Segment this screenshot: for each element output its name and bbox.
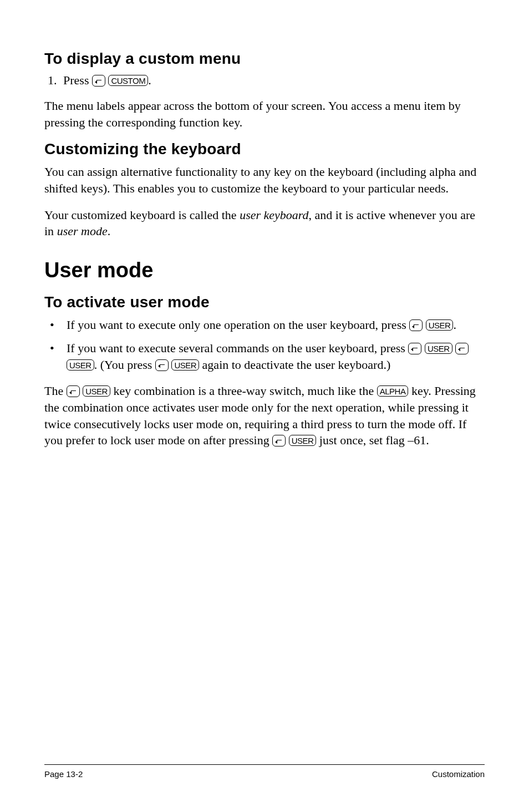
para-user-keyboard: Your customized keyboard is called the u…: [44, 207, 485, 240]
text: . (You press: [94, 358, 155, 372]
text: again to deactivate the user keyboard.): [199, 358, 390, 372]
step-1: Press CUSTOM.: [60, 73, 485, 88]
left-shift-key-icon: [455, 343, 469, 354]
para-assign-functionality: You can assign alternative functionality…: [44, 164, 485, 196]
title-user-mode: User mode: [44, 258, 485, 282]
page-number: Page 13-2: [44, 769, 83, 779]
user-key: USER: [171, 359, 199, 371]
user-key: USER: [426, 319, 454, 331]
left-shift-key-icon: [92, 75, 105, 87]
text: If you want to execute only one operatio…: [67, 318, 409, 332]
user-key: USER: [67, 359, 94, 371]
para-menu-labels: The menu labels appear across the bottom…: [44, 98, 485, 130]
list-activate-user-mode: If you want to execute only one operatio…: [44, 317, 485, 373]
text: .: [108, 224, 111, 238]
heading-display-custom-menu: To display a custom menu: [44, 50, 485, 68]
list-item: If you want to execute only one operatio…: [60, 317, 485, 333]
heading-customizing-keyboard: Customizing the keyboard: [44, 140, 485, 158]
text: key combination is a three-way switch, m…: [113, 384, 377, 398]
list-item: If you want to execute several commands …: [60, 340, 485, 373]
page-footer: Page 13-2 Customization: [44, 764, 485, 779]
left-shift-key-icon: [67, 385, 80, 397]
left-shift-key-icon: [155, 359, 169, 371]
left-shift-key-icon: [272, 435, 286, 446]
text: If you want to execute several commands …: [67, 341, 408, 355]
step-text-prefix: Press: [63, 73, 92, 87]
steps-display-custom: Press CUSTOM.: [44, 73, 485, 88]
left-shift-key-icon: [408, 343, 421, 354]
left-shift-key-icon: [409, 319, 423, 331]
heading-activate-user-mode: To activate user mode: [44, 293, 485, 311]
italic-user-keyboard: user keyboard: [240, 208, 308, 222]
section-name: Customization: [432, 769, 485, 779]
alpha-key: ALPHA: [377, 385, 409, 397]
para-three-way-switch: The USER key combination is a three-way …: [44, 383, 485, 449]
user-key: USER: [83, 385, 110, 397]
text: Your customized keyboard is called the: [44, 208, 240, 222]
italic-user-mode: user mode: [57, 224, 108, 238]
custom-key: CUSTOM: [108, 75, 148, 86]
user-key: USER: [289, 435, 317, 446]
text: .: [453, 318, 456, 332]
user-key: USER: [425, 343, 452, 354]
text: just once, set flag –61.: [319, 433, 429, 447]
text: The: [44, 384, 67, 398]
step-text-suffix: .: [148, 73, 151, 87]
